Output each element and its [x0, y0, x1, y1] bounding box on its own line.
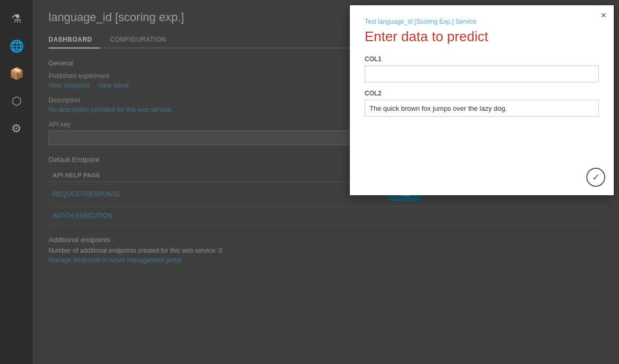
col1-input[interactable] — [365, 65, 599, 82]
sidebar-item-flask[interactable]: ⚗ — [0, 5, 33, 33]
checkmark-icon: ✓ — [592, 171, 600, 183]
col1-label: COL1 — [365, 55, 599, 63]
modal-subtitle: Test language_id [Scoring Exp.] Service — [365, 18, 599, 25]
sidebar-item-package[interactable]: 📦 — [0, 60, 33, 88]
flask-icon: ⚗ — [11, 12, 22, 26]
modal-confirm-button[interactable]: ✓ — [586, 168, 605, 187]
globe-icon: 🌐 — [9, 40, 24, 53]
sidebar: ⚗ 🌐 📦 ⬡ ⚙ — [0, 0, 33, 364]
col2-label: COL2 — [365, 90, 599, 97]
modal-dialog: × Test language_id [Scoring Exp.] Servic… — [350, 5, 614, 195]
modal-title: Enter data to predict — [365, 28, 599, 45]
modal-close-button[interactable]: × — [601, 11, 606, 20]
package-icon: 📦 — [9, 67, 24, 81]
settings-icon: ⚙ — [11, 122, 22, 136]
modal-overlay: × Test language_id [Scoring Exp.] Servic… — [33, 0, 619, 364]
sidebar-item-globe[interactable]: 🌐 — [0, 33, 33, 60]
sidebar-item-settings[interactable]: ⚙ — [0, 115, 33, 142]
sidebar-item-cube[interactable]: ⬡ — [0, 88, 33, 115]
col2-input[interactable] — [365, 100, 599, 117]
main-content: language_id [scoring exp.] DASHBOARD CON… — [33, 0, 619, 364]
cube-icon: ⬡ — [12, 94, 22, 108]
